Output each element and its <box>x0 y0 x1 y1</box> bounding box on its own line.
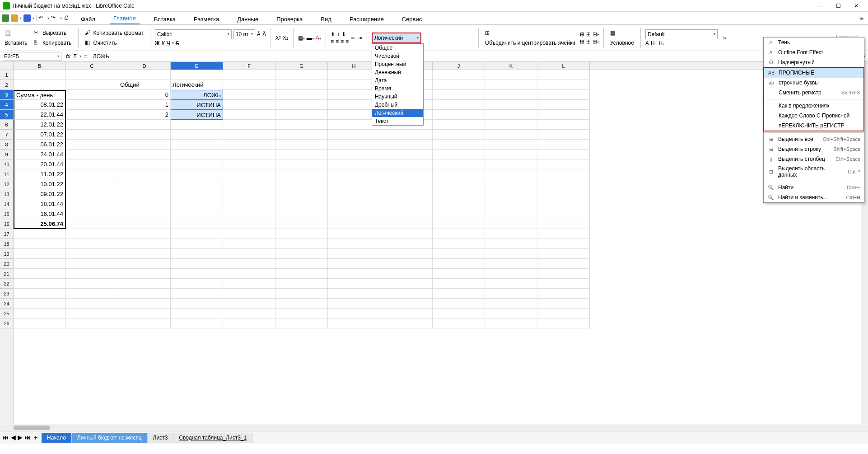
cell[interactable] <box>380 219 433 229</box>
cell[interactable] <box>275 209 328 219</box>
cell[interactable] <box>171 259 223 269</box>
cell[interactable] <box>433 169 485 179</box>
cell[interactable]: Логический <box>171 80 223 90</box>
cell[interactable] <box>223 299 275 309</box>
cell[interactable] <box>485 249 537 259</box>
cell[interactable] <box>66 70 118 80</box>
print-icon[interactable]: 🖨 <box>64 14 71 22</box>
cell[interactable] <box>171 229 223 239</box>
col-header[interactable]: B <box>14 62 66 70</box>
cell[interactable] <box>328 219 380 229</box>
close-button[interactable]: ✕ <box>847 1 865 11</box>
font-color-button[interactable]: A▾ <box>316 35 321 41</box>
cell[interactable] <box>485 299 537 309</box>
chevron-down-icon[interactable]: ▾ <box>47 16 49 20</box>
cell[interactable] <box>380 150 433 159</box>
name-box[interactable]: E3:E5▾ <box>2 52 61 61</box>
row-header[interactable]: 8 <box>0 140 13 150</box>
cell[interactable] <box>433 110 485 120</box>
menu-home[interactable]: Главное <box>110 13 140 24</box>
cell[interactable] <box>537 269 590 279</box>
cell[interactable] <box>14 239 66 249</box>
cell[interactable] <box>66 90 118 100</box>
cell[interactable] <box>223 199 275 209</box>
cell[interactable] <box>171 169 223 179</box>
chevron-down-icon[interactable]: ▾ <box>33 16 34 20</box>
style-h2-icon[interactable]: H₂ <box>659 40 665 47</box>
cell[interactable] <box>328 289 380 299</box>
cell[interactable]: Сумма - день <box>14 90 66 100</box>
cell[interactable] <box>66 299 118 309</box>
row-header[interactable]: 24 <box>0 299 13 309</box>
cell[interactable] <box>275 279 328 289</box>
cell[interactable] <box>537 318 590 328</box>
numfmt-option[interactable]: Текст <box>372 117 423 125</box>
cell[interactable] <box>537 90 590 100</box>
menu-item-selectrow[interactable]: ⊟Выделить строкуShift+Space <box>764 144 864 154</box>
chevron-down-icon[interactable]: ▾ <box>172 41 174 45</box>
cell[interactable] <box>433 90 485 100</box>
cell[interactable] <box>328 229 380 239</box>
cell[interactable] <box>14 229 66 239</box>
cell[interactable] <box>14 299 66 309</box>
cell[interactable]: ИСТИНА <box>171 100 223 110</box>
cell[interactable] <box>537 249 590 259</box>
cell[interactable] <box>223 179 275 189</box>
menu-item-lowercase[interactable]: abстрочные буквы <box>764 78 863 88</box>
row-header[interactable]: 6 <box>0 120 13 130</box>
cell[interactable] <box>485 209 537 219</box>
cell[interactable]: 11.01.22 <box>14 169 66 179</box>
numfmt-option[interactable]: Общее <box>372 44 423 52</box>
menu-file[interactable]: Файл <box>77 14 99 24</box>
align-right-icon[interactable]: ≡ <box>341 38 344 45</box>
cell[interactable] <box>275 229 328 239</box>
sheet-tab[interactable]: Лист3 <box>148 433 174 443</box>
sum-icon[interactable]: Σ <box>73 53 77 60</box>
cell[interactable] <box>537 219 590 229</box>
cell[interactable] <box>380 279 433 289</box>
col-header[interactable]: C <box>66 62 118 70</box>
cell[interactable] <box>118 179 171 189</box>
cell[interactable] <box>66 269 118 279</box>
cell[interactable] <box>328 318 380 328</box>
paste-label[interactable]: Вставить <box>3 39 29 47</box>
cell[interactable] <box>275 70 328 80</box>
cell[interactable] <box>14 318 66 328</box>
merge-cells-button[interactable]: ⊞ <box>483 29 577 38</box>
horizontal-scrollbar[interactable] <box>0 424 868 431</box>
cell[interactable] <box>433 239 485 249</box>
cell[interactable] <box>433 120 485 130</box>
cell[interactable] <box>118 199 171 209</box>
cell[interactable] <box>537 199 590 209</box>
cell[interactable] <box>66 259 118 269</box>
cell[interactable] <box>14 249 66 259</box>
cell[interactable] <box>66 219 118 229</box>
cut-button[interactable]: ✂Вырезать <box>32 28 74 37</box>
row-header[interactable]: 25 <box>0 309 13 318</box>
cell[interactable] <box>223 90 275 100</box>
new-icon[interactable] <box>2 14 9 22</box>
insert-col-icon[interactable]: ⊞ <box>586 31 591 37</box>
cell[interactable] <box>14 70 66 80</box>
cell[interactable] <box>537 259 590 269</box>
cell[interactable] <box>275 199 328 209</box>
cell[interactable] <box>275 159 328 169</box>
equals-icon[interactable]: = <box>84 53 88 60</box>
cell-style-combo[interactable]: Default▾ <box>645 29 718 39</box>
numfmt-option[interactable]: Числовой <box>372 52 423 60</box>
cell[interactable] <box>66 150 118 159</box>
menu-view[interactable]: Вид <box>317 14 335 24</box>
cell[interactable] <box>537 140 590 150</box>
cell[interactable] <box>380 179 433 189</box>
cell[interactable] <box>433 209 485 219</box>
cell[interactable] <box>433 150 485 159</box>
menu-item-selectdata[interactable]: ⊞Выделить область данныхCtrl+* <box>764 164 864 179</box>
numfmt-option[interactable]: Научный <box>372 93 423 101</box>
menu-insert[interactable]: Вставка <box>150 14 179 24</box>
cell[interactable] <box>223 219 275 229</box>
cell[interactable] <box>485 110 537 120</box>
cell[interactable] <box>380 229 433 239</box>
menu-item-selectcol[interactable]: ▯Выделить столбецCtrl+Space <box>764 154 864 164</box>
cell[interactable]: 20.01.44 <box>14 159 66 169</box>
cell[interactable] <box>485 259 537 269</box>
